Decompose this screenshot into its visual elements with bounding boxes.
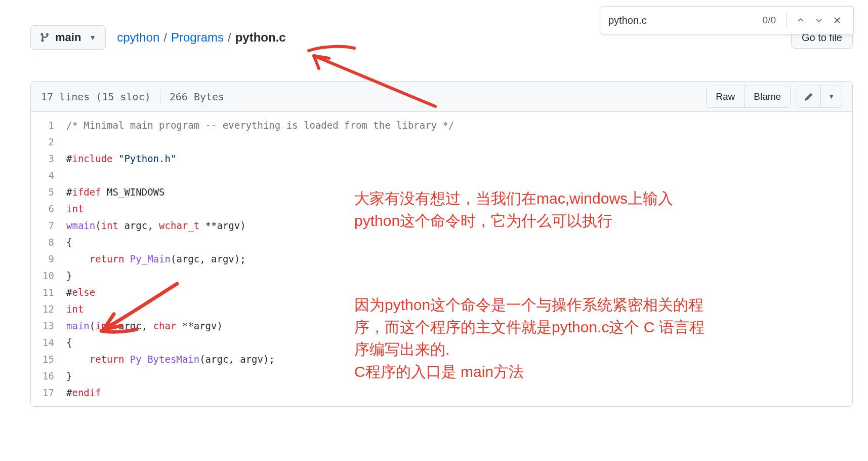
breadcrumb-current: python.c <box>235 30 286 45</box>
code-line: 8{ <box>31 234 852 251</box>
raw-blame-group: Raw Blame <box>706 86 791 108</box>
line-content[interactable]: return Py_Main(argc, argv); <box>66 251 852 267</box>
find-next-button[interactable] <box>812 13 826 27</box>
code-line: 3#include "Python.h" <box>31 150 852 167</box>
file-view: 17 lines (15 sloc) 266 Bytes Raw Blame ▼… <box>30 81 853 407</box>
find-separator <box>786 13 787 28</box>
code-line: 12int <box>31 301 852 318</box>
breadcrumb-sep: / <box>160 30 170 45</box>
line-content[interactable]: { <box>66 234 852 251</box>
line-content[interactable] <box>66 167 852 184</box>
caret-down-icon: ▼ <box>828 93 835 100</box>
find-close-button[interactable] <box>830 13 844 27</box>
line-number[interactable]: 17 <box>31 385 66 401</box>
line-number[interactable]: 12 <box>31 301 66 318</box>
line-number[interactable]: 9 <box>31 251 66 267</box>
chevron-up-icon <box>797 16 805 24</box>
line-number[interactable]: 11 <box>31 284 66 301</box>
line-content[interactable]: /* Minimal main program -- everything is… <box>66 117 852 134</box>
code-line: 17#endif <box>31 385 852 401</box>
line-number[interactable]: 16 <box>31 368 66 385</box>
code-line: 16} <box>31 368 852 385</box>
pencil-icon <box>804 92 813 101</box>
file-bytes-info: 266 Bytes <box>170 91 224 103</box>
line-content[interactable]: wmain(int argc, wchar_t **argv) <box>66 217 852 234</box>
line-number[interactable]: 14 <box>31 334 66 351</box>
find-count: 0/0 <box>763 15 776 26</box>
edit-button[interactable] <box>797 86 821 107</box>
line-number[interactable]: 2 <box>31 134 66 150</box>
raw-button[interactable]: Raw <box>707 86 745 107</box>
find-in-page-bar: 0/0 <box>601 6 854 34</box>
line-number[interactable]: 4 <box>31 167 66 184</box>
line-number[interactable]: 7 <box>31 217 66 234</box>
file-actions: Raw Blame ▼ <box>706 86 842 108</box>
code-body: 1/* Minimal main program -- everything i… <box>31 112 852 406</box>
close-icon <box>833 16 841 24</box>
caret-down-icon: ▼ <box>89 33 96 42</box>
breadcrumb-folder[interactable]: Programs <box>171 30 224 45</box>
line-content[interactable]: int <box>66 201 852 217</box>
chevron-down-icon <box>815 16 823 24</box>
more-actions-button[interactable]: ▼ <box>821 86 842 107</box>
git-branch-icon <box>40 32 50 43</box>
line-content[interactable]: return Py_BytesMain(argc, argv); <box>66 351 852 368</box>
line-content[interactable]: #ifdef MS_WINDOWS <box>66 184 852 201</box>
line-content[interactable]: #include "Python.h" <box>66 150 852 167</box>
code-line: 10} <box>31 267 852 284</box>
file-lines-info: 17 lines (15 sloc) <box>41 91 151 103</box>
line-content[interactable]: } <box>66 267 852 284</box>
line-number[interactable]: 8 <box>31 234 66 251</box>
file-info-separator <box>160 89 160 104</box>
find-prev-button[interactable] <box>794 13 808 27</box>
code-line: 5#ifdef MS_WINDOWS <box>31 184 852 201</box>
breadcrumb-sep: / <box>225 30 234 45</box>
edit-more-group: ▼ <box>797 86 842 108</box>
branch-selector[interactable]: main ▼ <box>30 25 106 50</box>
code-line: 4 <box>31 167 852 184</box>
line-number[interactable]: 3 <box>31 150 66 167</box>
blame-button[interactable]: Blame <box>745 86 790 107</box>
code-line: 6int <box>31 201 852 217</box>
branch-label: main <box>55 31 81 44</box>
line-number[interactable]: 13 <box>31 318 66 334</box>
code-line: 11#else <box>31 284 852 301</box>
find-input[interactable] <box>608 15 758 26</box>
line-content[interactable]: #endif <box>66 385 852 401</box>
line-content[interactable]: } <box>66 368 852 385</box>
line-content[interactable]: int <box>66 301 852 318</box>
breadcrumb-root[interactable]: cpython <box>117 30 159 45</box>
breadcrumb: cpython / Programs / python.c <box>117 30 285 45</box>
code-line: 9 return Py_Main(argc, argv); <box>31 251 852 267</box>
line-number[interactable]: 10 <box>31 267 66 284</box>
line-content[interactable]: #else <box>66 284 852 301</box>
code-line: 2 <box>31 134 852 150</box>
code-line: 15 return Py_BytesMain(argc, argv); <box>31 351 852 368</box>
code-line: 14{ <box>31 334 852 351</box>
line-content[interactable] <box>66 134 852 150</box>
code-line: 1/* Minimal main program -- everything i… <box>31 117 852 134</box>
code-line: 7wmain(int argc, wchar_t **argv) <box>31 217 852 234</box>
file-header: 17 lines (15 sloc) 266 Bytes Raw Blame ▼ <box>31 82 852 112</box>
line-number[interactable]: 1 <box>31 117 66 134</box>
line-content[interactable]: main(int argc, char **argv) <box>66 318 852 334</box>
code-line: 13main(int argc, char **argv) <box>31 318 852 334</box>
line-content[interactable]: { <box>66 334 852 351</box>
line-number[interactable]: 5 <box>31 184 66 201</box>
line-number[interactable]: 6 <box>31 201 66 217</box>
line-number[interactable]: 15 <box>31 351 66 368</box>
